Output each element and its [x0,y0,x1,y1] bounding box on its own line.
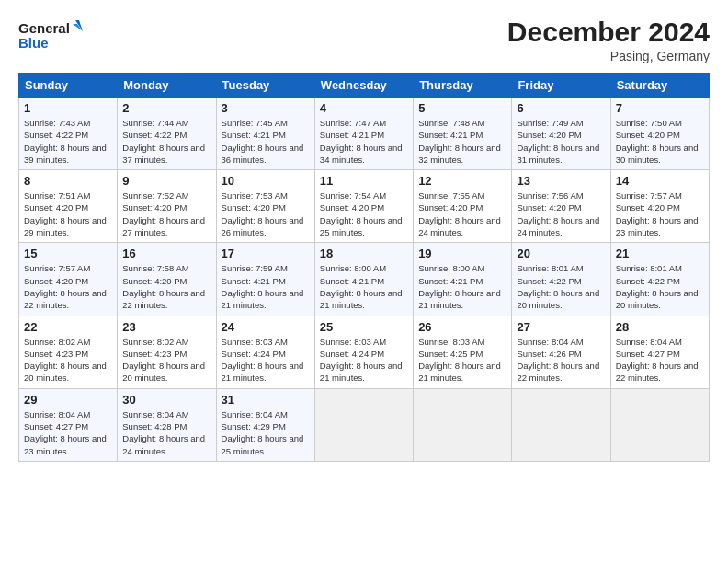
day-info: Sunrise: 8:01 AM Sunset: 4:22 PM Dayligh… [616,262,704,311]
table-row: 1 Sunrise: 7:43 AM Sunset: 4:22 PM Dayli… [19,98,118,170]
table-row [610,388,709,461]
table-row: 12 Sunrise: 7:55 AM Sunset: 4:20 PM Dayl… [414,170,512,243]
calendar-week-row: 22 Sunrise: 8:02 AM Sunset: 4:23 PM Dayl… [19,316,710,388]
table-row: 23 Sunrise: 8:02 AM Sunset: 4:23 PM Dayl… [118,316,216,388]
day-number: 4 [320,101,408,115]
day-number: 23 [122,320,210,334]
col-monday: Monday [118,74,216,98]
table-row: 25 Sunrise: 8:03 AM Sunset: 4:24 PM Dayl… [314,316,413,388]
col-tuesday: Tuesday [216,74,314,98]
day-number: 31 [222,393,310,407]
col-saturday: Saturday [610,74,709,98]
day-info: Sunrise: 8:02 AM Sunset: 4:23 PM Dayligh… [24,336,112,385]
day-number: 27 [517,320,605,334]
table-row: 28 Sunrise: 8:04 AM Sunset: 4:27 PM Dayl… [610,316,709,388]
svg-text:Blue: Blue [18,35,49,51]
day-number: 12 [418,174,506,188]
table-row [314,388,413,461]
table-row: 20 Sunrise: 8:01 AM Sunset: 4:22 PM Dayl… [512,243,610,316]
day-info: Sunrise: 8:04 AM Sunset: 4:27 PM Dayligh… [24,408,112,457]
table-row: 27 Sunrise: 8:04 AM Sunset: 4:26 PM Dayl… [512,316,610,388]
day-info: Sunrise: 8:04 AM Sunset: 4:29 PM Dayligh… [222,408,310,457]
table-row: 4 Sunrise: 7:47 AM Sunset: 4:21 PM Dayli… [314,98,413,170]
day-number: 24 [222,320,310,334]
table-row: 6 Sunrise: 7:49 AM Sunset: 4:20 PM Dayli… [512,98,610,170]
calendar-week-row: 15 Sunrise: 7:57 AM Sunset: 4:20 PM Dayl… [19,243,710,316]
day-info: Sunrise: 7:44 AM Sunset: 4:22 PM Dayligh… [122,117,210,166]
day-number: 10 [222,174,310,188]
day-info: Sunrise: 7:57 AM Sunset: 4:20 PM Dayligh… [24,262,112,311]
day-info: Sunrise: 7:50 AM Sunset: 4:20 PM Dayligh… [616,117,704,166]
col-wednesday: Wednesday [314,74,413,98]
day-number: 3 [222,101,310,115]
calendar-week-row: 8 Sunrise: 7:51 AM Sunset: 4:20 PM Dayli… [19,170,710,243]
day-info: Sunrise: 8:00 AM Sunset: 4:21 PM Dayligh… [418,262,506,311]
day-info: Sunrise: 7:59 AM Sunset: 4:21 PM Dayligh… [222,262,310,311]
day-info: Sunrise: 7:43 AM Sunset: 4:22 PM Dayligh… [24,117,112,166]
day-number: 26 [418,320,506,334]
logo-svg: General Blue [18,17,83,53]
col-thursday: Thursday [414,74,512,98]
day-number: 19 [418,247,506,260]
table-row: 9 Sunrise: 7:52 AM Sunset: 4:20 PM Dayli… [118,170,216,243]
day-number: 15 [24,247,112,260]
day-number: 20 [517,247,605,260]
day-number: 2 [122,101,210,115]
day-info: Sunrise: 7:47 AM Sunset: 4:21 PM Dayligh… [320,117,408,166]
day-number: 13 [517,174,605,188]
table-row: 3 Sunrise: 7:45 AM Sunset: 4:21 PM Dayli… [216,98,314,170]
page: { "logo": { "line1": "General", "line2":… [0,0,728,563]
table-row: 10 Sunrise: 7:53 AM Sunset: 4:20 PM Dayl… [216,170,314,243]
table-row: 7 Sunrise: 7:50 AM Sunset: 4:20 PM Dayli… [610,98,709,170]
day-info: Sunrise: 8:03 AM Sunset: 4:25 PM Dayligh… [418,336,506,385]
day-number: 18 [320,247,408,260]
table-row: 13 Sunrise: 7:56 AM Sunset: 4:20 PM Dayl… [512,170,610,243]
table-row: 22 Sunrise: 8:02 AM Sunset: 4:23 PM Dayl… [19,316,118,388]
table-row: 19 Sunrise: 8:00 AM Sunset: 4:21 PM Dayl… [414,243,512,316]
calendar-table: Sunday Monday Tuesday Wednesday Thursday… [18,73,710,462]
calendar-header-row: Sunday Monday Tuesday Wednesday Thursday… [19,74,710,98]
day-info: Sunrise: 7:57 AM Sunset: 4:20 PM Dayligh… [616,190,704,238]
day-number: 28 [616,320,704,334]
day-number: 14 [616,174,704,188]
month-title: December 2024 [507,17,710,47]
day-info: Sunrise: 7:54 AM Sunset: 4:20 PM Dayligh… [320,190,408,238]
day-number: 5 [418,101,506,115]
table-row: 26 Sunrise: 8:03 AM Sunset: 4:25 PM Dayl… [414,316,512,388]
day-info: Sunrise: 7:48 AM Sunset: 4:21 PM Dayligh… [418,117,506,166]
day-info: Sunrise: 7:52 AM Sunset: 4:20 PM Dayligh… [122,190,210,238]
day-info: Sunrise: 8:02 AM Sunset: 4:23 PM Dayligh… [122,336,210,385]
day-number: 22 [24,320,112,334]
day-number: 9 [122,174,210,188]
day-number: 7 [616,101,704,115]
table-row: 15 Sunrise: 7:57 AM Sunset: 4:20 PM Dayl… [19,243,118,316]
day-number: 6 [517,101,605,115]
location: Pasing, Germany [507,49,710,63]
col-friday: Friday [512,74,610,98]
table-row: 31 Sunrise: 8:04 AM Sunset: 4:29 PM Dayl… [216,388,314,461]
table-row: 5 Sunrise: 7:48 AM Sunset: 4:21 PM Dayli… [414,98,512,170]
table-row: 17 Sunrise: 7:59 AM Sunset: 4:21 PM Dayl… [216,243,314,316]
title-block: December 2024 Pasing, Germany [507,17,710,63]
table-row [414,388,512,461]
table-row: 14 Sunrise: 7:57 AM Sunset: 4:20 PM Dayl… [610,170,709,243]
calendar-week-row: 29 Sunrise: 8:04 AM Sunset: 4:27 PM Dayl… [19,388,710,461]
day-info: Sunrise: 7:56 AM Sunset: 4:20 PM Dayligh… [517,190,605,238]
day-number: 1 [24,101,112,115]
table-row: 29 Sunrise: 8:04 AM Sunset: 4:27 PM Dayl… [19,388,118,461]
table-row: 16 Sunrise: 7:58 AM Sunset: 4:20 PM Dayl… [118,243,216,316]
logo: General Blue [18,17,83,53]
day-number: 25 [320,320,408,334]
table-row: 18 Sunrise: 8:00 AM Sunset: 4:21 PM Dayl… [314,243,413,316]
day-info: Sunrise: 7:51 AM Sunset: 4:20 PM Dayligh… [24,190,112,238]
day-number: 11 [320,174,408,188]
day-info: Sunrise: 8:01 AM Sunset: 4:22 PM Dayligh… [517,262,605,311]
table-row: 2 Sunrise: 7:44 AM Sunset: 4:22 PM Dayli… [118,98,216,170]
day-info: Sunrise: 7:45 AM Sunset: 4:21 PM Dayligh… [222,117,310,166]
day-info: Sunrise: 7:49 AM Sunset: 4:20 PM Dayligh… [517,117,605,166]
table-row: 11 Sunrise: 7:54 AM Sunset: 4:20 PM Dayl… [314,170,413,243]
day-info: Sunrise: 8:03 AM Sunset: 4:24 PM Dayligh… [320,336,408,385]
day-info: Sunrise: 8:04 AM Sunset: 4:27 PM Dayligh… [616,336,704,385]
table-row: 8 Sunrise: 7:51 AM Sunset: 4:20 PM Dayli… [19,170,118,243]
table-row [512,388,610,461]
